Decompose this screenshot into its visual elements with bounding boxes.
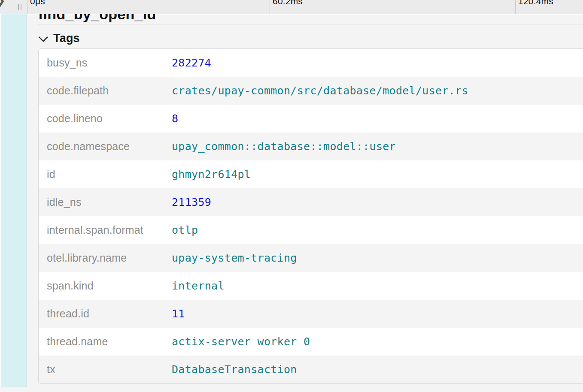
tag-row: internal.span.formatotlp (39, 216, 583, 244)
trace-minimap-panel[interactable] (0, 14, 27, 387)
tag-value: 11 (172, 308, 185, 320)
tag-key: thread.name (47, 335, 172, 348)
tag-row: busy_ns282274 (39, 49, 583, 77)
tag-key: internal.span.format (47, 224, 172, 236)
tag-key: thread.id (47, 308, 172, 320)
tag-row: span.kindinternal (39, 272, 583, 300)
tags-section-toggle[interactable]: Tags (38, 32, 583, 44)
tag-key: code.namespace (47, 140, 172, 153)
tag-row: thread.id11 (39, 300, 583, 328)
tag-value: 282274 (172, 57, 211, 69)
tag-row: txDatabaseTransaction (39, 356, 583, 383)
tag-value: 8 (172, 112, 178, 125)
timeline-tick-label: 60.2ms (273, 0, 303, 6)
tag-value: upay-system-tracing (172, 252, 297, 264)
tag-value: DatabaseTransaction (172, 363, 297, 376)
tag-value: otlp (172, 224, 198, 236)
tag-row: thread.nameactix-server worker 0 (39, 328, 583, 356)
tag-key: idle_ns (47, 196, 172, 208)
tag-key: id (47, 168, 172, 181)
tag-value: crates/upay-common/src/database/model/us… (172, 84, 468, 97)
timeline-tick-label: 120.4ms (518, 0, 553, 6)
tag-row: idle_ns211359 (39, 188, 583, 216)
tag-value: actix-server worker 0 (172, 335, 310, 348)
tag-row: code.filepathcrates/upay-common/src/data… (39, 77, 583, 105)
tag-value: internal (172, 280, 225, 292)
span-title: find_by_open_id (38, 14, 583, 22)
timeline-ruler: ❯ 0μs 60.2ms 120.4ms (0, 0, 583, 14)
tag-row: code.namespaceupay_common::database::mod… (39, 133, 583, 160)
tag-row: code.lineno8 (39, 105, 583, 133)
tag-key: code.lineno (47, 112, 172, 125)
tag-key: code.filepath (47, 84, 172, 97)
title-divider (38, 24, 583, 24)
chevron-down-icon (39, 33, 49, 42)
tag-row: idghmyn2r614pl (39, 160, 583, 188)
timeline-tick: 120.4ms (515, 0, 516, 14)
tag-key: span.kind (47, 280, 172, 292)
timeline-tick: 60.2ms (270, 0, 270, 14)
tag-row: otel.library.nameupay-system-tracing (39, 244, 583, 272)
tags-table: busy_ns282274code.filepathcrates/upay-co… (38, 48, 583, 384)
tag-value: 211359 (172, 196, 211, 208)
chevron-right-icon[interactable]: ❯ (0, 0, 6, 7)
timeline-tick: 0μs (27, 0, 27, 14)
tag-key: otel.library.name (47, 252, 172, 264)
tags-section-label: Tags (53, 32, 80, 45)
tag-key: tx (47, 363, 172, 376)
tag-key: busy_ns (47, 57, 172, 69)
timeline-tick-label: 0μs (30, 0, 45, 6)
tag-value: upay_common::database::model::user (172, 140, 396, 153)
panel-resize-handle[interactable] (18, 4, 21, 10)
tag-value: ghmyn2r614pl (172, 168, 251, 181)
span-detail-panel: find_by_open_id Tags busy_ns282274code.f… (27, 14, 583, 392)
